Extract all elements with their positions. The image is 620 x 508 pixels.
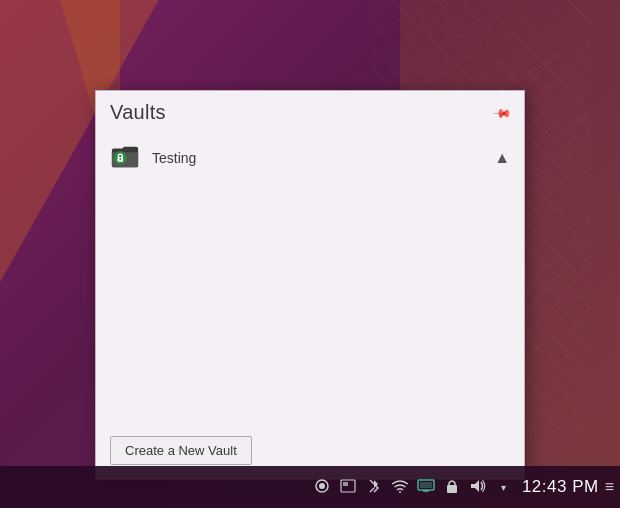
svg-rect-53 — [343, 482, 348, 486]
vault-item[interactable]: Testing ▲ — [96, 136, 524, 180]
vault-title-bar: Vaults 📌 — [96, 91, 524, 132]
vault-folder-icon — [110, 142, 140, 170]
svg-line-55 — [370, 488, 374, 492]
svg-rect-58 — [420, 482, 432, 488]
svg-line-54 — [370, 480, 374, 484]
svg-rect-49 — [120, 159, 121, 160]
wifi-icon[interactable] — [390, 479, 410, 496]
vault-item-icon-container — [110, 142, 142, 174]
bluetooth-icon[interactable] — [364, 478, 384, 497]
vault-content: Testing ▲ — [96, 132, 524, 184]
desktop: Vaults 📌 — [0, 0, 620, 508]
vault-item-name: Testing — [152, 150, 494, 166]
pin-icon[interactable]: 📌 — [492, 102, 513, 123]
taskbar: ▾ 12:43 PM ≡ — [0, 466, 620, 508]
taskbar-icons: ▾ — [312, 478, 514, 497]
privacy-icon[interactable] — [312, 478, 332, 497]
eject-icon[interactable]: ▲ — [494, 149, 510, 167]
create-vault-button[interactable]: Create a New Vault — [110, 436, 252, 465]
vault-window: Vaults 📌 — [95, 90, 525, 480]
vault-footer: Create a New Vault — [110, 436, 252, 465]
svg-point-51 — [319, 483, 325, 489]
display-icon[interactable] — [416, 479, 436, 496]
svg-point-56 — [399, 491, 401, 493]
smartcard-icon[interactable] — [338, 479, 358, 496]
taskbar-time: 12:43 PM — [522, 477, 599, 497]
lock-taskbar-icon[interactable] — [442, 478, 462, 497]
svg-rect-52 — [341, 480, 355, 492]
vault-window-title: Vaults — [110, 101, 166, 124]
taskbar-menu-icon[interactable]: ≡ — [605, 478, 614, 496]
dropdown-arrow-icon[interactable]: ▾ — [494, 482, 514, 493]
svg-rect-61 — [447, 485, 457, 493]
volume-icon[interactable] — [468, 478, 488, 497]
